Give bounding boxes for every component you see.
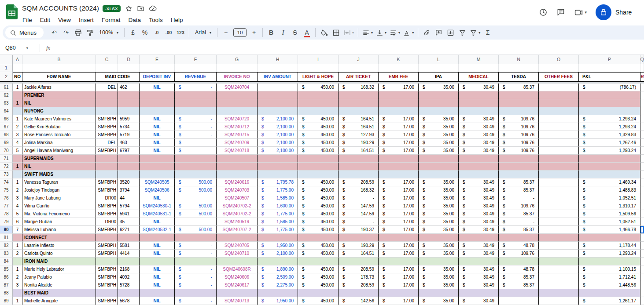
cell-O62[interactable]: [539, 91, 579, 99]
cell-J85[interactable]: $208.59: [339, 265, 379, 273]
cell-B88[interactable]: BEST MAID: [22, 289, 96, 297]
cell-Q77[interactable]: [640, 202, 644, 210]
cell-J63[interactable]: [339, 99, 379, 107]
cell-D66[interactable]: 5959: [118, 115, 140, 123]
cell-N86[interactable]: $85.37: [499, 273, 539, 281]
row-header-71[interactable]: 71: [0, 155, 13, 163]
row-header-64[interactable]: 64: [0, 107, 13, 115]
cell-H68[interactable]: $2,100.00: [258, 131, 298, 139]
cell-E78[interactable]: SQM240531-1: [140, 210, 175, 218]
cell-J64[interactable]: [339, 107, 379, 115]
cell-I75[interactable]: $450.00: [298, 186, 339, 194]
cell-I66[interactable]: $450.00: [298, 115, 339, 123]
cell-M87[interactable]: $30.49: [459, 281, 499, 289]
cell-I81[interactable]: [298, 234, 339, 242]
cell-D88[interactable]: [118, 289, 140, 297]
cell-G78[interactable]: SQM240702-2: [217, 210, 258, 218]
cell-H1[interactable]: [258, 64, 298, 72]
cell-M69[interactable]: $30.49: [459, 139, 499, 147]
cell-K86[interactable]: $17.00: [379, 273, 419, 281]
cell-C84[interactable]: [96, 258, 118, 265]
cell-N74[interactable]: $85.37: [499, 178, 539, 186]
cell-K67[interactable]: $17.00: [379, 123, 419, 131]
decrease-decimal-button[interactable]: .0: [151, 27, 162, 38]
cell-N68[interactable]: $109.76: [499, 131, 539, 139]
cell-K81[interactable]: [379, 234, 419, 242]
cell-C85[interactable]: SMFBPH: [96, 265, 118, 273]
cell-Q75[interactable]: [640, 186, 644, 194]
cell-K79[interactable]: $17.00: [379, 218, 419, 226]
cell-N62[interactable]: [499, 91, 539, 99]
cell-G84[interactable]: [217, 258, 258, 265]
cell-J87[interactable]: $208.59: [339, 281, 379, 289]
cell-H76[interactable]: $1,585.00: [258, 194, 298, 202]
cell-H83[interactable]: $2,100.00: [258, 250, 298, 258]
cell-J72[interactable]: [339, 163, 379, 171]
cell-L88[interactable]: [419, 289, 459, 297]
cell-F83[interactable]: $-: [175, 250, 217, 258]
column-header-M[interactable]: M: [459, 55, 499, 64]
increase-decimal-button[interactable]: .00: [163, 27, 174, 38]
cell-C69[interactable]: DEL: [96, 139, 118, 147]
cell-Q89[interactable]: [640, 297, 644, 305]
cell-N88[interactable]: [499, 289, 539, 297]
cell-M66[interactable]: $30.49: [459, 115, 499, 123]
cloud-status-icon[interactable]: [149, 4, 157, 12]
cell-L76[interactable]: $35.00: [419, 194, 459, 202]
cell-B61[interactable]: Jackie Alfaras: [22, 84, 96, 91]
decrease-font-size-button[interactable]: −: [220, 27, 232, 38]
cell-L85[interactable]: $35.00: [419, 265, 459, 273]
cell-G73[interactable]: [217, 171, 258, 178]
cell-G67[interactable]: SQM240712: [217, 123, 258, 131]
cell-F86[interactable]: $-: [175, 273, 217, 281]
row-header-62[interactable]: 62: [0, 91, 13, 99]
cell-J80[interactable]: $190.37: [339, 226, 379, 234]
cell-C86[interactable]: SMFBPH: [96, 273, 118, 281]
percent-format-button[interactable]: %: [139, 27, 151, 38]
cell-A84[interactable]: [13, 258, 22, 265]
cell-K64[interactable]: [379, 107, 419, 115]
cell-L74[interactable]: $35.00: [419, 178, 459, 186]
cell-O64[interactable]: [539, 107, 579, 115]
header-cell-tesda[interactable]: TESDA: [499, 72, 539, 81]
cell-I67[interactable]: $450.00: [298, 123, 339, 131]
header-cell-maid-code[interactable]: MAID CODE: [96, 72, 140, 81]
cell-E87[interactable]: NIL: [140, 281, 175, 289]
cell-E89[interactable]: NIL: [140, 297, 175, 305]
cell-D89[interactable]: 5678: [118, 297, 140, 305]
cell-O87[interactable]: [539, 281, 579, 289]
cell-F63[interactable]: [175, 99, 217, 107]
cell-P72[interactable]: [579, 163, 640, 171]
cell-E76[interactable]: NIL: [140, 194, 175, 202]
cell-N72[interactable]: [499, 163, 539, 171]
row-header-1[interactable]: 1: [0, 64, 13, 72]
cell-L64[interactable]: [419, 107, 459, 115]
column-header-Q[interactable]: Q: [640, 55, 644, 64]
cell-D68[interactable]: 5719: [118, 131, 140, 139]
cell-F73[interactable]: [175, 171, 217, 178]
cell-D61[interactable]: 462: [118, 84, 140, 91]
cell-A69[interactable]: 4: [13, 139, 22, 147]
cell-F79[interactable]: [175, 218, 217, 226]
cell-H73[interactable]: [258, 171, 298, 178]
header-cell-no[interactable]: NO: [13, 72, 22, 81]
cell-C68[interactable]: SMFBPH: [96, 131, 118, 139]
cell-H67[interactable]: $2,100.00: [258, 123, 298, 131]
cell-N67[interactable]: $109.76: [499, 123, 539, 131]
menu-insert[interactable]: Insert: [75, 15, 98, 25]
cell-Q86[interactable]: [640, 273, 644, 281]
cell-K85[interactable]: $17.00: [379, 265, 419, 273]
cell-P79[interactable]: $1,052.51: [579, 218, 640, 226]
cell-K87[interactable]: $17.00: [379, 281, 419, 289]
column-header-N[interactable]: N: [499, 55, 539, 64]
cell-Q83[interactable]: [640, 250, 644, 258]
column-header-I[interactable]: I: [298, 55, 339, 64]
cell-H85[interactable]: $1,890.00: [258, 265, 298, 273]
cell-D78[interactable]: 5941: [118, 210, 140, 218]
cell-A1[interactable]: [13, 64, 22, 72]
cell-L68[interactable]: $35.00: [419, 131, 459, 139]
cell-O67[interactable]: [539, 123, 579, 131]
cell-H66[interactable]: $2,100.00: [258, 115, 298, 123]
cell-Q64[interactable]: [640, 107, 644, 115]
cell-N70[interactable]: $109.76: [499, 147, 539, 155]
